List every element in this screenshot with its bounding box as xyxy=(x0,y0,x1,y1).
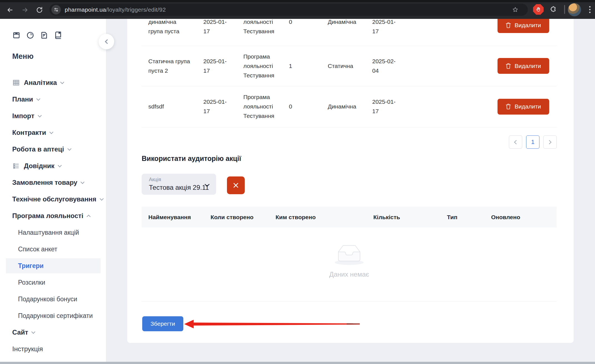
trash-icon xyxy=(506,22,511,28)
empty-state: Даних немає xyxy=(142,239,557,278)
screen: pharmapoint.ua/loyalty/triggers/edit/92 … xyxy=(0,0,595,364)
delete-button[interactable]: Видалити xyxy=(498,99,549,115)
chevron-down-icon xyxy=(100,196,104,200)
url-domain: pharmapoint.ua xyxy=(65,6,106,13)
group-name: sdfsdf xyxy=(148,102,203,111)
book-icon[interactable] xyxy=(54,31,62,39)
sidebar-collapse-button[interactable] xyxy=(99,34,114,49)
url-text[interactable]: pharmapoint.ua/loyalty/triggers/edit/92 xyxy=(65,6,166,13)
chevron-down-icon xyxy=(58,163,62,167)
sidebar-menu: Аналітика Плани Імпорт Контракти Робота … xyxy=(0,74,106,357)
chevron-down-icon xyxy=(81,180,84,184)
group-count: 0 xyxy=(289,102,328,111)
empty-state-text: Даних немає xyxy=(142,271,557,278)
sidebar-item-robota-v-apteci[interactable]: Робота в аптеці xyxy=(0,141,106,158)
sidebar-item-dovidnyk[interactable]: Довідник xyxy=(0,158,106,174)
forward-icon[interactable] xyxy=(19,4,31,16)
adblock-extension-icon[interactable] xyxy=(532,3,544,16)
sidebar-item-import[interactable]: Імпорт xyxy=(0,108,106,124)
chevron-down-icon xyxy=(38,113,42,117)
url-path: /loyalty/triggers/edit/92 xyxy=(106,6,166,13)
sidebar-item-spysok-anket[interactable]: Список анкет xyxy=(0,241,106,257)
empty-inbox-icon xyxy=(331,239,367,267)
close-icon xyxy=(232,181,240,189)
chevron-left-icon xyxy=(105,39,109,44)
section-divider xyxy=(142,301,557,302)
menu-title: Меню xyxy=(12,52,34,61)
group-created: 2025-01-17 xyxy=(203,57,243,75)
group-actions: Видалити xyxy=(498,58,557,74)
table-row: Статична група пуста 2 2025-01-17 Програ… xyxy=(142,46,557,86)
table-grid-icon xyxy=(12,79,21,87)
site-info-icon[interactable] xyxy=(51,5,61,14)
sidebar-item-rozsylky[interactable]: Розсилки xyxy=(0,274,106,291)
delete-button[interactable]: Видалити xyxy=(498,58,549,74)
sidebar-item-zamovlennya-tovaru[interactable]: Замовлення товару xyxy=(0,174,106,191)
action-select[interactable]: Акція Тестова акція 29.11 xyxy=(142,174,216,195)
group-type: Динамічна xyxy=(328,19,372,27)
group-created: 2025-01-17 xyxy=(203,97,243,116)
row-divider xyxy=(142,127,557,127)
extensions-puzzle-icon[interactable] xyxy=(548,4,559,15)
annotation-arrow xyxy=(184,319,360,329)
sidebar-item-analitika[interactable]: Аналітика xyxy=(0,74,106,91)
group-updated: 2025-01-17 xyxy=(372,19,498,36)
pagination-prev-button[interactable] xyxy=(509,135,522,149)
group-actions: Видалити xyxy=(498,99,557,115)
group-updated: 2025-02-04 xyxy=(372,57,498,75)
browser-topbar: pharmapoint.ua/loyalty/triggers/edit/92 xyxy=(0,0,595,19)
chevron-down-icon xyxy=(60,80,64,84)
column-header: Найменування xyxy=(148,214,211,221)
group-actions: Видалити xyxy=(498,19,557,33)
sidebar-quick-icons xyxy=(12,31,62,39)
sidebar-item-programa-loyalnosti[interactable]: Програма лояльності xyxy=(0,208,106,224)
window-bottom-scrollbar[interactable] xyxy=(0,362,595,364)
column-header: Оновлено xyxy=(491,214,557,221)
chevron-down-icon xyxy=(31,330,35,333)
sidebar-item-nalashtuvannya-akciy[interactable]: Налаштування акцій xyxy=(0,224,106,241)
column-header: Ким створено xyxy=(276,214,373,221)
sidebar-item-podarunkovi-bonusy[interactable]: Подарункові бонуси xyxy=(0,291,106,307)
pagination-next-button[interactable] xyxy=(543,135,557,149)
sidebar-item-tehnichne-obslugovuvannya[interactable]: Технічне обслуговування xyxy=(0,191,106,208)
trash-icon xyxy=(506,63,511,69)
sidebar-item-sait[interactable]: Сайт xyxy=(0,324,106,341)
chevron-down-icon xyxy=(49,130,53,134)
delete-button[interactable]: Видалити xyxy=(498,19,549,33)
document-icon[interactable] xyxy=(40,31,48,39)
group-count: 0 xyxy=(289,19,328,27)
back-icon[interactable] xyxy=(4,4,16,16)
pie-chart-icon[interactable] xyxy=(26,31,34,39)
sidebar: Меню Аналітика Плани Імпорт Контракти Ро… xyxy=(0,19,106,364)
profile-avatar[interactable] xyxy=(568,3,581,16)
column-header: Коли створено xyxy=(211,214,276,221)
sidebar-item-kontrakty[interactable]: Контракти xyxy=(0,124,106,141)
archive-box-icon[interactable] xyxy=(12,31,21,39)
group-created: 2025-01-17 xyxy=(203,19,243,36)
clear-selection-button[interactable] xyxy=(227,176,245,194)
sidebar-item-trygery[interactable]: Тригери xyxy=(0,257,106,274)
toolbar-separator xyxy=(564,5,565,14)
pagination: 1 xyxy=(142,135,557,149)
sidebar-item-podarunkovi-sertyfikaty[interactable]: Подарункові сертифікати xyxy=(0,307,106,324)
bookmark-star-icon[interactable] xyxy=(511,5,520,14)
group-type: Статична xyxy=(328,61,372,71)
section-title: Використати аудиторію акції xyxy=(142,155,241,163)
reload-icon[interactable] xyxy=(33,4,46,16)
pagination-page-1[interactable]: 1 xyxy=(526,135,539,149)
sidebar-item-plany[interactable]: Плани xyxy=(0,91,106,108)
group-program: Програма лояльності Тестування xyxy=(243,52,289,80)
group-count: 1 xyxy=(289,61,328,71)
sidebar-item-instrukciya[interactable]: Інструкція xyxy=(0,341,106,357)
url-bar[interactable]: pharmapoint.ua/loyalty/triggers/edit/92 xyxy=(49,4,528,16)
group-name: Статична група пуста 2 xyxy=(148,57,203,75)
save-button[interactable]: Зберегти xyxy=(142,316,183,331)
select-value: Тестова акція 29.11 xyxy=(149,184,209,191)
group-program: лояльності Тестування xyxy=(243,19,289,36)
table-row: динамічна група пуста 2025-01-17 лояльно… xyxy=(142,19,557,36)
browser-menu-icon[interactable] xyxy=(585,4,594,15)
audience-table-header: Найменування Коли створено Ким створено … xyxy=(142,207,557,228)
trash-icon xyxy=(506,103,511,110)
group-type: Динамічна xyxy=(328,102,372,111)
group-updated: 2025-01-17 xyxy=(372,97,498,116)
